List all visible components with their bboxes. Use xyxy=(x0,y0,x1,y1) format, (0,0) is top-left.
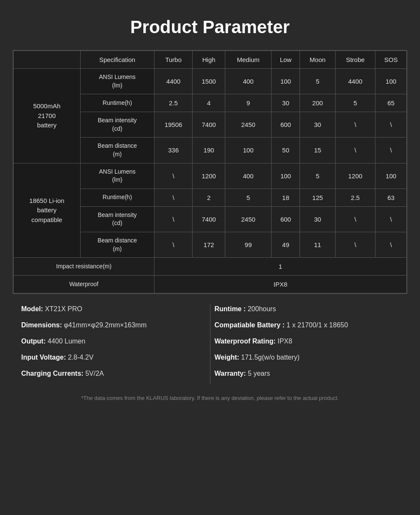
table-header-row: Specification Turbo High Medium Low Moon… xyxy=(14,51,407,69)
table-cell: \ xyxy=(375,112,407,138)
spec-item: Model: XT21X PRO xyxy=(21,304,206,314)
table-cell: \ xyxy=(335,112,375,138)
table-cell: 600 xyxy=(272,206,300,232)
table-cell: 200 xyxy=(300,94,335,112)
table-cell: 100 xyxy=(375,69,407,94)
spec-label: Runtime(h) xyxy=(80,94,154,112)
col-battery xyxy=(14,51,81,69)
table-cell: 336 xyxy=(154,138,193,163)
footnote: *The data comes from the KLARUS laborato… xyxy=(13,395,407,401)
table-cell: 9 xyxy=(225,94,272,112)
table-cell: 2.5 xyxy=(154,94,193,112)
table-cell: 15 xyxy=(300,138,335,163)
battery1-label: 5000mAh 21700 battery xyxy=(14,69,81,163)
table-cell: 1500 xyxy=(193,69,225,94)
table-cell: 100 xyxy=(272,163,300,189)
table-cell: 100 xyxy=(375,163,407,189)
spec-item: Runtime : 200hours xyxy=(215,304,399,314)
table-cell: 30 xyxy=(300,206,335,232)
table-row: 18650 Li-ion battery compatibleANSI Lume… xyxy=(14,163,407,189)
spec-item: Warranty: 5 years xyxy=(215,369,399,379)
table-cell: 100 xyxy=(272,69,300,94)
table-cell: 100 xyxy=(225,138,272,163)
table-cell: \ xyxy=(375,138,407,163)
table-cell: \ xyxy=(335,206,375,232)
specs-section: Model: XT21X PRODimensions: φ41mm×φ29.2m… xyxy=(13,304,407,385)
spec-item: Waterproof Rating: IPX8 xyxy=(215,336,399,346)
waterproof-row: WaterproofIPX8 xyxy=(14,276,407,293)
spec-item: Compatiable Battery : 1 x 21700/1 x 1865… xyxy=(215,320,399,330)
table-cell: 7400 xyxy=(193,206,225,232)
table-cell: 19506 xyxy=(154,112,193,138)
spec-label: Beam distance (m) xyxy=(80,232,154,257)
table-cell: \ xyxy=(154,232,193,257)
table-cell: 600 xyxy=(272,112,300,138)
specs-left: Model: XT21X PRODimensions: φ41mm×φ29.2m… xyxy=(17,304,210,385)
table-cell: \ xyxy=(375,206,407,232)
table-cell: 400 xyxy=(225,69,272,94)
spec-item-label: Dimensions: xyxy=(21,321,64,329)
waterproof-label: Waterproof xyxy=(14,276,154,293)
table-cell: 50 xyxy=(272,138,300,163)
spec-label: Beam distance (m) xyxy=(80,138,154,163)
table-cell: 18 xyxy=(272,189,300,206)
table-cell: 4400 xyxy=(154,69,193,94)
table-cell: 5 xyxy=(300,69,335,94)
spec-item: Weight: 171.5g(w/o battery) xyxy=(215,352,399,363)
spec-item-label: Output: xyxy=(21,338,48,345)
table-cell: 11 xyxy=(300,232,335,257)
col-low: Low xyxy=(272,51,300,69)
spec-item: Charging Currents: 5V/2A xyxy=(21,369,206,379)
table-cell: 65 xyxy=(375,94,407,112)
spec-item: Input Voltage: 2.8-4.2V xyxy=(21,352,206,363)
table-cell: 99 xyxy=(225,232,272,257)
impact-label: Impact resistance(m) xyxy=(14,258,154,276)
impact-row: Impact resistance(m)1 xyxy=(14,258,407,276)
spec-label: Beam intensity (cd) xyxy=(80,112,154,138)
table-cell: \ xyxy=(154,206,193,232)
specs-right: Runtime : 200hoursCompatiable Battery : … xyxy=(210,304,403,385)
table-cell: 5 xyxy=(225,189,272,206)
table-cell: \ xyxy=(154,189,193,206)
spec-item-label: Weight: xyxy=(215,354,241,361)
impact-value: 1 xyxy=(154,258,407,276)
spec-item-label: Model: xyxy=(21,305,45,312)
spec-label: Runtime(h) xyxy=(80,189,154,206)
table-cell: 2450 xyxy=(225,206,272,232)
product-table: Specification Turbo High Medium Low Moon… xyxy=(13,50,407,294)
col-medium: Medium xyxy=(225,51,272,69)
table-cell: \ xyxy=(335,138,375,163)
table-cell: 1200 xyxy=(335,163,375,189)
table-cell: 30 xyxy=(272,94,300,112)
battery2-label: 18650 Li-ion battery compatible xyxy=(14,163,81,258)
spec-item: Output: 4400 Lumen xyxy=(21,336,206,346)
spec-item-label: Charging Currents: xyxy=(21,370,85,377)
table-cell: \ xyxy=(154,163,193,189)
page-title: Product Parameter xyxy=(13,8,407,50)
table-cell: 125 xyxy=(300,189,335,206)
table-cell: 172 xyxy=(193,232,225,257)
table-cell: \ xyxy=(335,232,375,257)
spec-label: ANSI Lumens (lm) xyxy=(80,163,154,189)
table-cell: 1200 xyxy=(193,163,225,189)
spec-item: Dimensions: φ41mm×φ29.2mm×163mm xyxy=(21,320,206,330)
col-strobe: Strobe xyxy=(335,51,375,69)
table-cell: 30 xyxy=(300,112,335,138)
table-cell: 2.5 xyxy=(335,189,375,206)
col-sos: SOS xyxy=(375,51,407,69)
spec-item-label: Compatiable Battery : xyxy=(215,321,287,329)
table-cell: 2 xyxy=(193,189,225,206)
col-turbo: Turbo xyxy=(154,51,193,69)
table-cell: 63 xyxy=(375,189,407,206)
col-high: High xyxy=(193,51,225,69)
spec-item-label: Warranty: xyxy=(215,370,248,377)
table-cell: 5 xyxy=(300,163,335,189)
table-cell: 2450 xyxy=(225,112,272,138)
table-cell: 4 xyxy=(193,94,225,112)
spec-label: ANSI Lumens (lm) xyxy=(80,69,154,94)
spec-label: Beam intensity (cd) xyxy=(80,206,154,232)
table-cell: 400 xyxy=(225,163,272,189)
table-cell: 4400 xyxy=(335,69,375,94)
col-specification: Specification xyxy=(80,51,154,69)
table-cell: 7400 xyxy=(193,112,225,138)
